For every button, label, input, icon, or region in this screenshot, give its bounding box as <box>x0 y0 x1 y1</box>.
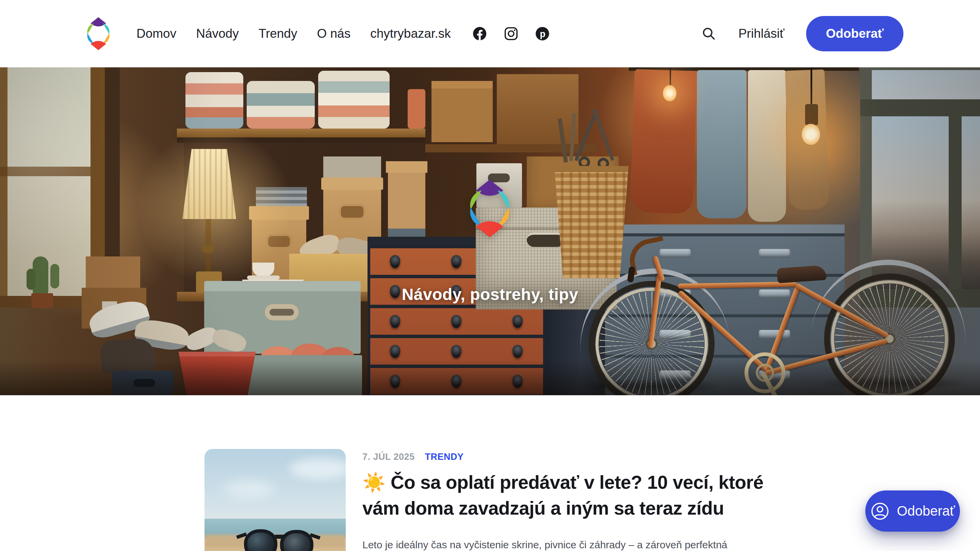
nav-domov[interactable]: Domov <box>137 27 176 41</box>
thumb-cloud <box>224 480 275 497</box>
floating-subscribe-label: Odoberať <box>897 503 955 519</box>
main-nav: Domov Návody Trendy O nás chytrybazar.sk <box>137 27 451 41</box>
article-thumbnail[interactable] <box>205 449 346 551</box>
article-title[interactable]: ☀️ Čo sa oplatí predávať v lete? 10 vecí… <box>363 469 801 521</box>
sunglasses-bridge <box>274 535 286 539</box>
user-circle-icon <box>870 502 889 521</box>
hero-tagline: Návody, postrehy, tipy <box>0 285 980 304</box>
nav-o-nas[interactable]: O nás <box>317 27 350 41</box>
sun-emoji-icon: ☀️ <box>363 472 391 493</box>
pinterest-icon[interactable]: p <box>535 26 550 41</box>
site-logo[interactable] <box>83 16 114 52</box>
article-category[interactable]: TRENDY <box>425 452 464 462</box>
sunglasses-lens <box>244 529 277 551</box>
nav-chytrybazar[interactable]: chytrybazar.sk <box>370 27 450 41</box>
nav-trendy[interactable]: Trendy <box>259 27 298 41</box>
social-links: p <box>472 26 550 41</box>
subscribe-button[interactable]: Odoberať <box>806 16 904 51</box>
facebook-icon[interactable] <box>472 26 488 41</box>
search-icon[interactable] <box>701 26 717 41</box>
article-date: 7. JÚL 2025 <box>363 452 415 462</box>
thumb-cloud <box>290 459 346 479</box>
floating-subscribe-button[interactable]: Odoberať <box>865 491 960 532</box>
nav-navody[interactable]: Návody <box>196 27 239 41</box>
article-content: 7. JÚL 2025 TRENDY ☀️ Čo sa oplatí predá… <box>363 449 801 551</box>
article-meta: 7. JÚL 2025 TRENDY <box>363 452 801 462</box>
article-title-text: Čo sa oplatí predávať v lete? 10 vecí, k… <box>363 472 764 519</box>
svg-text:p: p <box>540 29 545 39</box>
page: Domov Návody Trendy O nás chytrybazar.sk… <box>0 0 980 551</box>
header: Domov Návody Trendy O nás chytrybazar.sk… <box>0 0 980 67</box>
article-card: 7. JÚL 2025 TRENDY ☀️ Čo sa oplatí predá… <box>205 449 801 551</box>
login-link[interactable]: Prihlásiť <box>738 27 784 41</box>
hero-logo <box>462 177 517 240</box>
article-excerpt: Leto je ideálny čas na vyčistenie skrine… <box>363 537 801 551</box>
header-actions: Prihlásiť Odoberať <box>701 16 980 51</box>
hero-image: Návody, postrehy, tipy <box>0 67 980 395</box>
instagram-icon[interactable] <box>503 26 519 41</box>
